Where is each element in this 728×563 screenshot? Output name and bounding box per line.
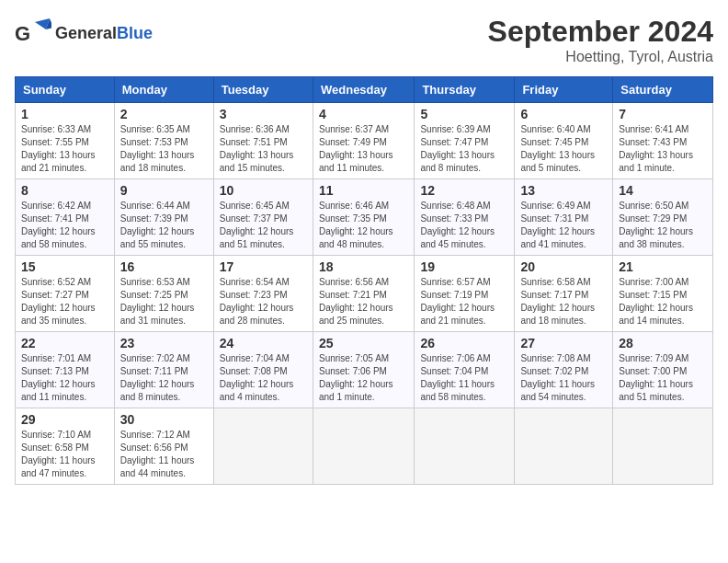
day-number: 19 [420, 259, 508, 274]
day-info: Sunrise: 6:33 AM Sunset: 7:55 PM Dayligh… [21, 123, 108, 175]
day-number: 4 [319, 107, 408, 121]
calendar-cell: 5Sunrise: 6:39 AM Sunset: 7:47 PM Daylig… [415, 103, 515, 179]
day-info: Sunrise: 7:08 AM Sunset: 7:02 PM Dayligh… [520, 352, 607, 404]
calendar-week-5: 29Sunrise: 7:10 AM Sunset: 6:58 PM Dayli… [16, 408, 713, 485]
day-number: 18 [319, 259, 408, 274]
month-title: September 2024 [488, 15, 713, 49]
day-number: 7 [619, 107, 707, 121]
day-header-friday: Friday [515, 77, 613, 103]
calendar-cell: 8Sunrise: 6:42 AM Sunset: 7:41 PM Daylig… [16, 179, 115, 256]
calendar-cell [415, 408, 515, 485]
calendar-cell: 13Sunrise: 6:49 AM Sunset: 7:31 PM Dayli… [515, 179, 613, 256]
day-number: 2 [120, 107, 208, 121]
day-number: 26 [420, 336, 508, 350]
calendar-cell: 3Sunrise: 6:36 AM Sunset: 7:51 PM Daylig… [213, 103, 313, 179]
logo: G GeneralBlue [15, 15, 153, 52]
calendar-cell: 27Sunrise: 7:08 AM Sunset: 7:02 PM Dayli… [515, 332, 613, 408]
logo-blue: Blue [117, 24, 153, 42]
calendar-table: SundayMondayTuesdayWednesdayThursdayFrid… [15, 76, 713, 485]
calendar-week-2: 8Sunrise: 6:42 AM Sunset: 7:41 PM Daylig… [16, 179, 713, 256]
day-info: Sunrise: 7:04 AM Sunset: 7:08 PM Dayligh… [220, 352, 307, 404]
logo-icon: G [15, 15, 51, 52]
header-row: SundayMondayTuesdayWednesdayThursdayFrid… [16, 77, 713, 103]
day-number: 27 [520, 336, 607, 350]
day-info: Sunrise: 6:50 AM Sunset: 7:29 PM Dayligh… [619, 200, 707, 251]
day-info: Sunrise: 6:52 AM Sunset: 7:27 PM Dayligh… [21, 276, 108, 327]
day-number: 23 [120, 336, 208, 350]
calendar-cell: 7Sunrise: 6:41 AM Sunset: 7:43 PM Daylig… [613, 103, 713, 179]
calendar-cell [213, 408, 313, 485]
calendar-week-1: 1Sunrise: 6:33 AM Sunset: 7:55 PM Daylig… [16, 103, 713, 179]
calendar-cell: 2Sunrise: 6:35 AM Sunset: 7:53 PM Daylig… [114, 103, 213, 179]
day-info: Sunrise: 6:57 AM Sunset: 7:19 PM Dayligh… [420, 276, 508, 327]
calendar-cell [613, 408, 713, 485]
calendar-cell: 1Sunrise: 6:33 AM Sunset: 7:55 PM Daylig… [16, 103, 115, 179]
day-info: Sunrise: 7:12 AM Sunset: 6:56 PM Dayligh… [120, 429, 208, 480]
calendar-cell: 11Sunrise: 6:46 AM Sunset: 7:35 PM Dayli… [313, 179, 414, 256]
day-info: Sunrise: 7:01 AM Sunset: 7:13 PM Dayligh… [21, 352, 108, 404]
day-number: 5 [420, 107, 508, 121]
calendar-cell: 9Sunrise: 6:44 AM Sunset: 7:39 PM Daylig… [114, 179, 213, 256]
day-number: 15 [21, 259, 108, 274]
day-number: 3 [220, 107, 307, 121]
calendar-cell: 20Sunrise: 6:58 AM Sunset: 7:17 PM Dayli… [515, 256, 613, 332]
calendar-cell: 24Sunrise: 7:04 AM Sunset: 7:08 PM Dayli… [213, 332, 313, 408]
day-info: Sunrise: 6:46 AM Sunset: 7:35 PM Dayligh… [319, 200, 408, 251]
day-info: Sunrise: 6:56 AM Sunset: 7:21 PM Dayligh… [319, 276, 408, 327]
day-info: Sunrise: 6:42 AM Sunset: 7:41 PM Dayligh… [21, 200, 108, 251]
day-number: 9 [120, 183, 208, 198]
day-info: Sunrise: 6:44 AM Sunset: 7:39 PM Dayligh… [120, 200, 208, 251]
day-header-monday: Monday [114, 77, 213, 103]
logo-general: General [55, 24, 117, 42]
calendar-cell: 6Sunrise: 6:40 AM Sunset: 7:45 PM Daylig… [515, 103, 613, 179]
day-info: Sunrise: 6:40 AM Sunset: 7:45 PM Dayligh… [520, 123, 607, 175]
title-section: September 2024 Hoetting, Tyrol, Austria [488, 15, 713, 65]
day-number: 1 [21, 107, 108, 121]
calendar-cell: 10Sunrise: 6:45 AM Sunset: 7:37 PM Dayli… [213, 179, 313, 256]
day-number: 10 [220, 183, 307, 198]
calendar-cell: 21Sunrise: 7:00 AM Sunset: 7:15 PM Dayli… [613, 256, 713, 332]
day-number: 25 [319, 336, 408, 350]
day-info: Sunrise: 6:58 AM Sunset: 7:17 PM Dayligh… [520, 276, 607, 327]
day-info: Sunrise: 6:53 AM Sunset: 7:25 PM Dayligh… [120, 276, 208, 327]
day-info: Sunrise: 6:36 AM Sunset: 7:51 PM Dayligh… [220, 123, 307, 175]
calendar-cell: 14Sunrise: 6:50 AM Sunset: 7:29 PM Dayli… [613, 179, 713, 256]
day-number: 14 [619, 183, 707, 198]
calendar-cell: 28Sunrise: 7:09 AM Sunset: 7:00 PM Dayli… [613, 332, 713, 408]
day-info: Sunrise: 7:05 AM Sunset: 7:06 PM Dayligh… [319, 352, 408, 404]
header: G GeneralBlue September 2024 Hoetting, T… [15, 15, 713, 65]
day-number: 11 [319, 183, 408, 198]
day-number: 17 [220, 259, 307, 274]
day-header-wednesday: Wednesday [313, 77, 414, 103]
day-info: Sunrise: 6:48 AM Sunset: 7:33 PM Dayligh… [420, 200, 508, 251]
day-number: 21 [619, 259, 707, 274]
day-number: 24 [220, 336, 307, 350]
calendar-cell [313, 408, 414, 485]
calendar-cell: 12Sunrise: 6:48 AM Sunset: 7:33 PM Dayli… [415, 179, 515, 256]
day-number: 28 [619, 336, 707, 350]
calendar-week-4: 22Sunrise: 7:01 AM Sunset: 7:13 PM Dayli… [16, 332, 713, 408]
calendar-cell: 29Sunrise: 7:10 AM Sunset: 6:58 PM Dayli… [16, 408, 115, 485]
day-info: Sunrise: 6:45 AM Sunset: 7:37 PM Dayligh… [220, 200, 307, 251]
calendar-cell: 22Sunrise: 7:01 AM Sunset: 7:13 PM Dayli… [16, 332, 115, 408]
day-header-tuesday: Tuesday [213, 77, 313, 103]
day-number: 6 [520, 107, 607, 121]
day-number: 29 [21, 412, 108, 427]
calendar-cell: 19Sunrise: 6:57 AM Sunset: 7:19 PM Dayli… [415, 256, 515, 332]
day-info: Sunrise: 6:37 AM Sunset: 7:49 PM Dayligh… [319, 123, 408, 175]
day-number: 22 [21, 336, 108, 350]
day-info: Sunrise: 6:54 AM Sunset: 7:23 PM Dayligh… [220, 276, 307, 327]
calendar-cell: 25Sunrise: 7:05 AM Sunset: 7:06 PM Dayli… [313, 332, 414, 408]
day-header-saturday: Saturday [613, 77, 713, 103]
day-info: Sunrise: 6:49 AM Sunset: 7:31 PM Dayligh… [520, 200, 607, 251]
day-number: 12 [420, 183, 508, 198]
day-number: 20 [520, 259, 607, 274]
calendar-cell: 15Sunrise: 6:52 AM Sunset: 7:27 PM Dayli… [16, 256, 115, 332]
calendar-cell: 23Sunrise: 7:02 AM Sunset: 7:11 PM Dayli… [114, 332, 213, 408]
calendar-week-3: 15Sunrise: 6:52 AM Sunset: 7:27 PM Dayli… [16, 256, 713, 332]
day-number: 8 [21, 183, 108, 198]
day-info: Sunrise: 6:41 AM Sunset: 7:43 PM Dayligh… [619, 123, 707, 175]
calendar-cell: 30Sunrise: 7:12 AM Sunset: 6:56 PM Dayli… [114, 408, 213, 485]
calendar-cell: 18Sunrise: 6:56 AM Sunset: 7:21 PM Dayli… [313, 256, 414, 332]
day-info: Sunrise: 7:02 AM Sunset: 7:11 PM Dayligh… [120, 352, 208, 404]
